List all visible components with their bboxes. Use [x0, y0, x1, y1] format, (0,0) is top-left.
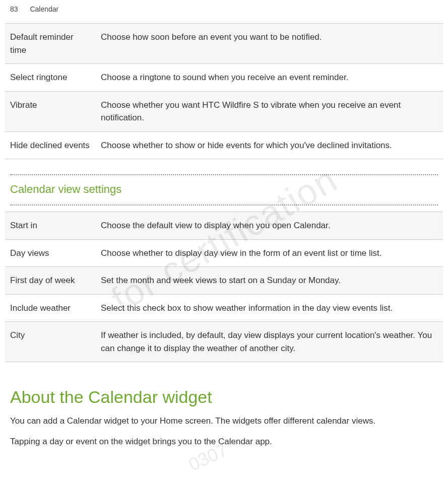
dotted-divider-top: [10, 174, 438, 175]
table-row: First day of week Set the month and week…: [5, 267, 443, 295]
setting-label: Include weather: [5, 294, 96, 322]
table-row: Vibrate Choose whether you want HTC Wild…: [5, 91, 443, 131]
dotted-divider-bottom: [10, 204, 438, 206]
subsection-heading: Calendar view settings: [5, 180, 443, 198]
table-row: Default reminder time Choose how soon be…: [5, 24, 443, 64]
setting-description: Choose how soon before an event you want…: [96, 24, 443, 64]
setting-description: Set the month and week views to start on…: [96, 267, 443, 295]
table-row: Select ringtone Choose a ringtone to sou…: [5, 64, 443, 92]
setting-label: Select ringtone: [5, 64, 96, 92]
setting-description: If weather is included, by default, day …: [96, 322, 443, 362]
setting-description: Choose the default view to display when …: [96, 212, 443, 240]
page-number: 83: [10, 5, 18, 13]
setting-label: Vibrate: [5, 91, 96, 131]
setting-description: Choose whether to display day view in th…: [96, 239, 443, 267]
table-row: Day views Choose whether to display day …: [5, 239, 443, 267]
setting-label: Default reminder time: [5, 24, 96, 64]
body-paragraph: You can add a Calendar widget to your Ho…: [5, 415, 443, 435]
settings-table-view: Start in Choose the default view to disp…: [5, 212, 443, 362]
setting-description: Select this check box to show weather in…: [96, 294, 443, 322]
setting-label: Start in: [5, 212, 96, 240]
table-row: Include weather Select this check box to…: [5, 294, 443, 322]
setting-label: Hide declined events: [5, 131, 96, 159]
header-section-title: Calendar: [30, 5, 58, 13]
setting-label: First day of week: [5, 267, 96, 295]
setting-label: Day views: [5, 239, 96, 267]
setting-description: Choose whether to show or hide events fo…: [96, 131, 443, 159]
setting-description: Choose a ringtone to sound when you rece…: [96, 64, 443, 92]
table-row: City If weather is included, by default,…: [5, 322, 443, 362]
table-row: Start in Choose the default view to disp…: [5, 212, 443, 240]
page-content: Default reminder time Choose how soon be…: [0, 23, 448, 455]
subsection: Calendar view settings: [5, 174, 443, 206]
body-paragraph: Tapping a day or event on the widget bri…: [5, 435, 443, 456]
setting-description: Choose whether you want HTC Wildfire S t…: [96, 91, 443, 131]
settings-table-reminder: Default reminder time Choose how soon be…: [5, 23, 443, 159]
main-heading: About the Calendar widget: [5, 377, 443, 415]
table-row: Hide declined events Choose whether to s…: [5, 131, 443, 159]
page-header: 83 Calendar: [0, 0, 448, 23]
setting-label: City: [5, 322, 96, 362]
